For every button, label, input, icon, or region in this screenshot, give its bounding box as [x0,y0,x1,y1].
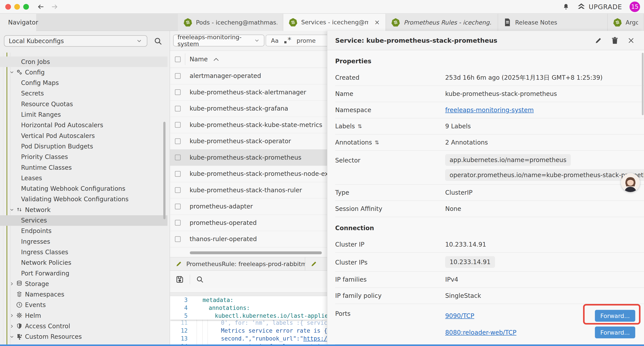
table-row-prometheus-adapter[interactable]: prometheus-adapter [170,198,327,215]
sidebar-item-services[interactable]: Services [0,215,168,226]
sort-toggle-icon[interactable]: ⇅ [358,123,362,129]
editor-search-icon[interactable] [196,275,204,284]
tab-prometheus-rules-icecheng[interactable]: Prometheus Rules - icecheng... [386,14,498,31]
sidebar-item-cron-jobs[interactable]: Cron Jobs [0,56,168,67]
sidebar-item-port-forwarding[interactable]: Port Forwarding [0,268,168,279]
notification-badge[interactable]: 15 [630,1,640,12]
save-icon[interactable] [175,275,184,284]
chevron-down-icon[interactable] [9,70,14,75]
table-row-kube-prometheus-stack-kube-state-metrics[interactable]: kube-prometheus-stack-kube-state-metrics [170,117,327,133]
document-icon [504,18,511,26]
tab-argo-se[interactable]: Argo Se [608,14,644,31]
row-checkbox[interactable] [175,204,180,209]
sidebar-item-ingress-classes[interactable]: Ingress Classes [0,247,168,257]
row-checkbox[interactable] [175,89,180,95]
sidebar-scrollbar[interactable] [163,122,166,219]
chevron-right-icon[interactable] [9,281,14,287]
row-checkbox[interactable] [175,187,180,193]
bell-icon[interactable] [562,3,570,10]
chevron-right-icon[interactable] [9,313,14,318]
sidebar-item-priority-classes[interactable]: Priority Classes [0,152,168,162]
sidebar-item-limit-ranges[interactable]: Limit Ranges [0,109,168,120]
avatar[interactable] [621,173,640,192]
kubeconfig-selector[interactable]: Local Kubeconfigs [4,35,147,47]
editor-tab[interactable] [305,257,327,271]
sidebar-item-network[interactable]: Network [0,205,168,215]
sidebar-item-resource-quotas[interactable]: Resource Quotas [0,99,168,109]
table-row-kube-prometheus-stack-operator[interactable]: kube-prometheus-stack-operator [170,133,327,150]
table-row-kube-prometheus-stack-grafana[interactable]: kube-prometheus-stack-grafana [170,100,327,117]
namespace-link[interactable]: freeleaps-monitoring-system [445,106,534,114]
chevron-down-icon[interactable] [9,207,14,212]
forward-button[interactable]: Forward... [595,310,635,322]
sidebar-item-validating-webhook-configurations[interactable]: Validating Webhook Configurations [0,194,168,205]
row-checkbox[interactable] [175,171,180,177]
sidebar-item-network-policies[interactable]: Network Policies [0,258,168,268]
close-icon[interactable] [627,37,635,44]
search-icon[interactable] [154,36,163,46]
sort-toggle-icon[interactable]: ⇅ [374,139,379,146]
sidebar-item-leases[interactable]: Leases [0,173,168,183]
table-row-kube-prometheus-stack-prometheus-node-exporter[interactable]: kube-prometheus-stack-prometheus-node-ex… [170,166,327,182]
sidebar-item-mutating-webhook-configurations[interactable]: Mutating Webhook Configurations [0,184,168,194]
chevron-right-icon[interactable] [9,324,14,329]
back-icon[interactable] [37,3,45,11]
forward-button[interactable]: Forward... [595,327,635,338]
name-column-header[interactable]: Name [190,56,208,63]
port-link[interactable]: 9090/TCP [445,312,474,320]
table-row-kube-prometheus-stack-thanos-ruler[interactable]: kube-prometheus-stack-thanos-ruler [170,182,327,199]
sidebar-item-ingresses[interactable]: Ingresses [0,236,168,247]
sidebar-item-config[interactable]: Config [0,67,168,77]
sidebar-item-custom-resources[interactable]: Custom Resources [0,332,168,342]
close-tab-icon[interactable]: × [374,18,380,26]
yaml-link[interactable]: https://net [303,335,327,342]
yaml-editor[interactable]: 110', for: 'nm', labels :{ service : '12… [170,296,327,345]
chevron-down-icon[interactable] [9,334,14,340]
window-zoom-button[interactable] [23,4,29,10]
upgrade-button[interactable]: UPGRADE [577,3,622,11]
tab-services-icecheng-math[interactable]: Services - icecheng@math...× [283,14,386,31]
sidebar-item-access-control[interactable]: Access Control [0,321,168,332]
row-checkbox[interactable] [175,220,180,226]
window-minimize-button[interactable] [14,4,20,10]
sidebar-item-pod-disruption-budgets[interactable]: Pod Disruption Budgets [0,141,168,152]
row-checkbox[interactable] [175,138,180,144]
table-row-kube-prometheus-stack-alertmanager[interactable]: kube-prometheus-stack-alertmanager [170,84,327,101]
sidebar-item-events[interactable]: Events [0,300,168,310]
sidebar-item-helm[interactable]: Helm [0,310,168,321]
table-row-prometheus-operated[interactable]: prometheus-operated [170,215,327,231]
horizontal-scrollbar[interactable] [190,251,322,254]
sidebar-item-secrets[interactable]: Secrets [0,88,168,99]
sidebar-item-config-maps[interactable]: Config Maps [0,78,168,88]
sidebar-item-horizontal-pod-autoscalers[interactable]: Horizontal Pod Autoscalers [0,120,168,130]
row-checkbox[interactable] [175,73,180,79]
sidebar-item-storage[interactable]: Storage [0,279,168,289]
detail-scrollbar[interactable] [642,53,644,115]
select-all-checkbox[interactable] [175,56,180,62]
edit-icon[interactable] [594,36,602,44]
tab-pods-icecheng-mathmas[interactable]: Pods - icecheng@mathmas... [178,14,283,31]
sidebar-item-namespaces[interactable]: Namespaces [0,289,168,300]
regex-icon[interactable]: * [284,37,291,44]
sidebar-item-vertical-pod-autoscalers[interactable]: Vertical Pod Autoscalers [0,130,168,141]
table-row-kube-prometheus-stack-prometheus[interactable]: kube-prometheus-stack-prometheus [170,150,327,166]
namespace-filter-dropdown[interactable]: freeleaps-monitoring-system [173,34,264,46]
window-close-button[interactable] [5,4,11,10]
delete-icon[interactable] [611,36,618,44]
navigator-tab[interactable]: Navigator [0,14,36,31]
sidebar-item-definitions[interactable]: Definitions [0,342,168,345]
row-checkbox[interactable] [175,155,180,160]
sidebar-item-runtime-classes[interactable]: Runtime Classes [0,162,168,173]
sort-asc-icon[interactable] [213,57,219,61]
row-checkbox[interactable] [175,122,180,128]
row-checkbox[interactable] [175,236,180,242]
editor-tab-prometheusrule-freeleaps-prod-rabbitmq[interactable]: PrometheusRule: freeleaps-prod-rabbitmq [170,257,305,271]
port-link[interactable]: 8080:reloader-web/TCP [445,329,516,336]
row-checkbox[interactable] [175,106,180,111]
table-row-alertmanager-operated[interactable]: alertmanager-operated [170,68,327,84]
sidebar-item-endpoints[interactable]: Endpoints [0,226,168,236]
match-case-icon[interactable]: Aa [271,37,278,44]
name-search-input[interactable]: Aa * prome [266,34,327,46]
table-row-thanos-ruler-operated[interactable]: thanos-ruler-operated [170,231,327,248]
tab-release-notes[interactable]: Release Notes [498,14,608,31]
